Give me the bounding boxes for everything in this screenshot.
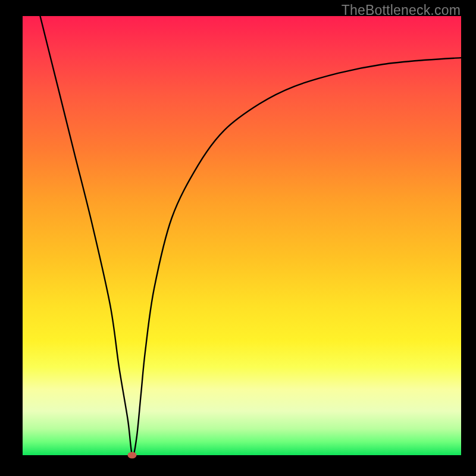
plot-area (23, 16, 461, 455)
curve-svg (23, 16, 461, 455)
minimum-marker (128, 452, 137, 459)
bottleneck-curve (40, 16, 462, 455)
chart-stage: TheBottleneck.com (0, 0, 476, 476)
